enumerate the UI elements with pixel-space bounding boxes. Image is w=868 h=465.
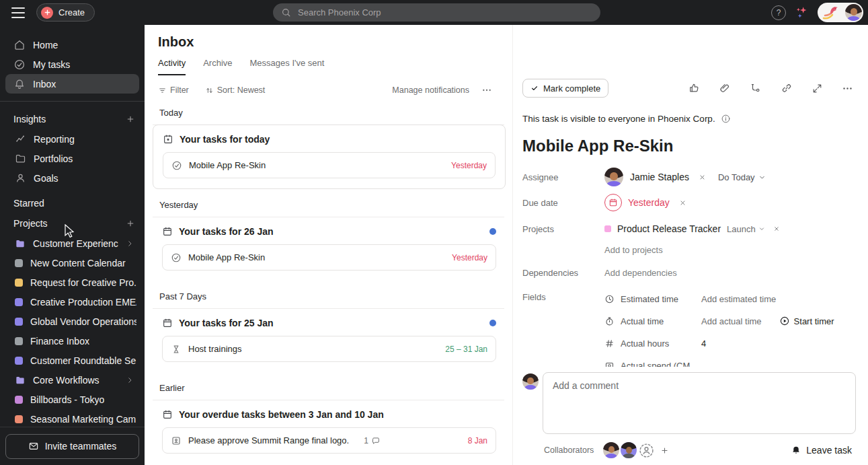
leave-task-button[interactable]: Leave task xyxy=(791,445,852,456)
sidebar-project-creative-production-emea[interactable]: Creative Production EMEA xyxy=(0,292,145,312)
chevron-down-icon xyxy=(758,225,765,232)
sidebar-item-reporting[interactable]: Reporting xyxy=(0,129,145,149)
calendar-icon xyxy=(162,318,173,328)
sidebar-project-customer-roundtable-se[interactable]: Customer Roundtable Se... xyxy=(0,351,145,370)
sidebar-item-goals[interactable]: Goals xyxy=(0,168,145,188)
search-bar[interactable] xyxy=(273,3,600,22)
sidebar-nav: HomeMy tasksInbox xyxy=(0,35,145,94)
sidebar-item-inbox[interactable]: Inbox xyxy=(5,74,139,94)
project-section-dropdown[interactable]: Launch xyxy=(727,224,765,234)
subtask-icon[interactable] xyxy=(750,82,762,94)
sidebar-project-label: Request for Creative Pro... xyxy=(30,277,136,288)
create-label: Create xyxy=(58,7,85,17)
sidebar-section-insights[interactable]: Insights xyxy=(0,109,145,129)
hamburger-menu-icon[interactable] xyxy=(11,7,25,18)
add-insights-icon[interactable] xyxy=(126,114,135,124)
phoenix-logo-icon xyxy=(822,5,842,21)
tab-archive[interactable]: Archive xyxy=(203,58,232,75)
collaborator-avatar[interactable] xyxy=(603,442,619,458)
due-date-calendar-icon[interactable] xyxy=(604,194,622,211)
notification-title: Your tasks for today xyxy=(180,134,270,145)
manage-notifications-link[interactable]: Manage notifications xyxy=(392,85,469,95)
sort-button[interactable]: Sort: Newest xyxy=(205,85,266,95)
field-add-link[interactable]: Add estimated time xyxy=(701,294,776,304)
sidebar-section-starred[interactable]: Starred xyxy=(0,193,145,213)
sidebar-item-label: My tasks xyxy=(33,59,70,70)
invite-teammates-button[interactable]: Invite teammates xyxy=(5,434,139,459)
chevron-right-icon xyxy=(126,240,136,248)
sidebar-item-portfolios[interactable]: Portfolios xyxy=(0,149,145,168)
avatar xyxy=(522,373,539,390)
task-row-host-trainings[interactable]: Host trainings25 – 31 Jan xyxy=(162,336,496,362)
add-to-projects-link[interactable]: Add to projects xyxy=(604,245,663,255)
schedule-dropdown[interactable]: Do Today xyxy=(718,172,766,182)
task-row-please-approve-summit-range-final-logo[interactable]: Please approve Summit Range final logo.1… xyxy=(162,427,496,454)
task-name: Please approve Summit Range final logo. xyxy=(188,435,349,445)
notification-card-your-tasks-for-today[interactable]: Your tasks for todayMobile App Re-SkinYe… xyxy=(153,124,506,189)
like-icon[interactable] xyxy=(688,82,700,94)
assignee-name[interactable]: Jamie Staples xyxy=(630,172,689,182)
sidebar-section-projects[interactable]: Projects xyxy=(0,213,145,234)
calendar-icon xyxy=(162,409,173,420)
fullscreen-icon[interactable] xyxy=(812,83,823,94)
inbox-section-label: Earlier xyxy=(153,383,504,400)
sidebar-project-label: Customer Roundtable Se... xyxy=(30,355,136,366)
sidebar-footer: Invite teammates xyxy=(0,427,145,465)
sparkles-ai-icon[interactable] xyxy=(795,5,809,20)
assignee-avatar[interactable] xyxy=(604,168,623,186)
sidebar-project-core-workflows[interactable]: Core Workflows xyxy=(0,370,145,390)
collaborator-avatar[interactable] xyxy=(621,442,637,458)
help-button[interactable]: ? xyxy=(771,5,786,20)
create-button[interactable]: Create xyxy=(36,3,95,22)
sidebar-project-new-content-calendar[interactable]: New Content Calendar xyxy=(0,253,145,273)
sidebar-item-label: Reporting xyxy=(34,134,75,145)
comment-input[interactable]: Add a comment xyxy=(543,372,856,434)
inbox-section-label: Today xyxy=(153,108,504,125)
due-date-value[interactable]: Yesterday xyxy=(628,197,670,208)
sidebar-insights-items: ReportingPortfoliosGoals xyxy=(0,129,145,188)
info-icon[interactable] xyxy=(721,114,731,124)
sidebar-item-home[interactable]: Home xyxy=(5,35,139,55)
user-menu[interactable] xyxy=(818,3,863,22)
invite-collaborator-icon[interactable] xyxy=(638,442,655,459)
link-icon[interactable] xyxy=(781,82,793,94)
check-circle-icon xyxy=(171,252,182,263)
filter-button[interactable]: Filter xyxy=(158,85,189,95)
task-row-mobile-app-re-skin[interactable]: Mobile App Re-SkinYesterday xyxy=(163,152,496,178)
tab-activity[interactable]: Activity xyxy=(158,58,186,75)
sidebar-project-finance-inbox[interactable]: Finance Inbox xyxy=(0,331,145,351)
attachment-icon[interactable] xyxy=(719,82,731,94)
avatar[interactable] xyxy=(845,4,862,21)
sidebar-project-seasonal-marketing-cam[interactable]: Seasonal Marketing Cam... xyxy=(0,409,145,429)
field-value[interactable]: 4 xyxy=(701,338,706,349)
sidebar-project-global-vendor-operations[interactable]: Global Vendor Operations xyxy=(0,312,145,331)
more-options-icon[interactable] xyxy=(842,83,853,94)
remove-due-date-icon[interactable] xyxy=(679,199,686,207)
add-to-projects-row: Add to projects xyxy=(522,244,853,256)
field-add-link[interactable]: Add actual time xyxy=(701,316,762,326)
mark-complete-button[interactable]: Mark complete xyxy=(522,79,608,98)
notification-card-your-overdue-tasks-between-3-jan-and-10-jan[interactable]: Your overdue tasks between 3 Jan and 10 … xyxy=(153,400,506,464)
more-options-icon[interactable] xyxy=(481,85,492,96)
project-name[interactable]: Product Release Tracker xyxy=(617,223,721,234)
start-timer-button[interactable]: Start timer xyxy=(779,316,834,326)
project-color-chip xyxy=(15,337,23,345)
sidebar-project-customer-experienc[interactable]: Customer Experienc... xyxy=(0,234,145,253)
sidebar-item-my-tasks[interactable]: My tasks xyxy=(5,55,139,74)
task-title[interactable]: Mobile App Re-Skin xyxy=(522,137,853,155)
field-name: Estimated time xyxy=(604,294,701,304)
notification-card-your-tasks-for-25-jan[interactable]: Your tasks for 25 JanHost trainings25 – … xyxy=(153,309,506,372)
task-row-mobile-app-re-skin[interactable]: Mobile App Re-SkinYesterday xyxy=(162,244,496,271)
filter-icon xyxy=(158,86,167,95)
sidebar-project-request-for-creative-pro[interactable]: Request for Creative Pro... xyxy=(0,273,145,292)
tab-messages-ive-sent[interactable]: Messages I've sent xyxy=(250,58,325,75)
remove-project-icon[interactable] xyxy=(773,225,780,232)
search-input[interactable] xyxy=(297,7,592,18)
notification-card-your-tasks-for-26-jan[interactable]: Your tasks for 26 JanMobile App Re-SkinY… xyxy=(153,217,506,281)
remove-assignee-icon[interactable] xyxy=(699,174,706,181)
project-color-chip xyxy=(604,225,611,232)
add-dependencies-link[interactable]: Add dependencies xyxy=(604,268,677,278)
add-project-icon[interactable] xyxy=(126,219,135,228)
sidebar-project-billboards-tokyo[interactable]: Billboards - Tokyo xyxy=(0,390,145,409)
add-collaborator-icon[interactable] xyxy=(660,446,669,455)
